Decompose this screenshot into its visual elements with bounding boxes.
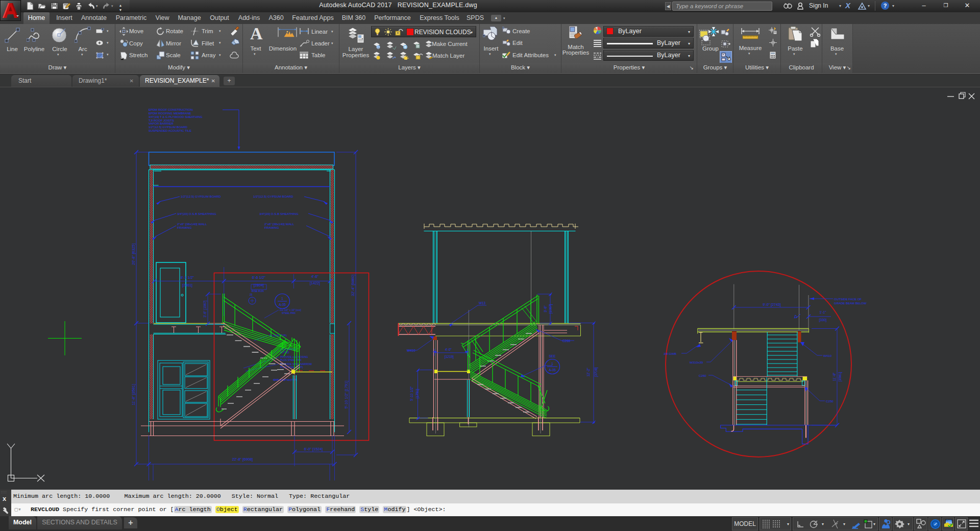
svg-text:FRAMING: FRAMING bbox=[177, 226, 192, 229]
svg-text:C260: C260 bbox=[699, 374, 706, 377]
svg-text:3/4"[19] T & G PLYWOOD SHEATHI: 3/4"[19] T & G PLYWOOD SHEATHING bbox=[149, 115, 203, 118]
svg-text:11'-8" [3581]: 11'-8" [3581] bbox=[131, 384, 136, 405]
svg-text:[2461]: [2461] bbox=[182, 283, 192, 287]
svg-text:EPDM ROOF CONSTRUCTION:: EPDM ROOF CONSTRUCTION: bbox=[149, 108, 193, 111]
svg-text:4'-0": 4'-0" bbox=[445, 348, 452, 351]
svg-text:OUTSIDE FACE OF: OUTSIDE FACE OF bbox=[834, 298, 862, 301]
svg-text:3'-6": 3'-6" bbox=[544, 305, 547, 312]
svg-text:3/8 GWB: 3/8 GWB bbox=[664, 352, 676, 355]
svg-text:VAPOR BARRIER: VAPOR BARRIER bbox=[149, 122, 174, 125]
svg-text:6'-6 1/2": 6'-6 1/2" bbox=[252, 275, 266, 280]
svg-text:1/2"[12.5] GYPSUM BOARD: 1/2"[12.5] GYPSUM BOARD bbox=[149, 126, 188, 129]
svg-text:1/2"[12.5] GYPSUM BOARD: 1/2"[12.5] GYPSUM BOARD bbox=[253, 195, 293, 198]
svg-text:[1219]: [1219] bbox=[445, 355, 454, 359]
svg-text:C250: C250 bbox=[826, 399, 834, 403]
svg-text:EPDM ROOFING MEMBRANE: EPDM ROOFING MEMBRANE bbox=[149, 112, 191, 115]
svg-text:1/2"[12.5] GYPSUM BOARD: 1/2"[12.5] GYPSUM BOARD bbox=[181, 195, 221, 198]
svg-text:5'-10 1/2" [1791]: 5'-10 1/2" [1791] bbox=[344, 381, 349, 409]
svg-text:PLUS STEEL (TYP): PLUS STEEL (TYP) bbox=[280, 366, 303, 369]
svg-text:A-05: A-05 bbox=[279, 303, 286, 306]
svg-text:25: 25 bbox=[250, 293, 253, 296]
svg-text:[1067]: [1067] bbox=[549, 304, 553, 313]
svg-text:W310x39: W310x39 bbox=[690, 360, 703, 364]
svg-text:[2804]: [2804] bbox=[254, 283, 264, 287]
svg-text:4'-6": 4'-6" bbox=[311, 274, 319, 279]
svg-text:8'-1 1/2": 8'-1 1/2" bbox=[181, 275, 194, 280]
svg-text:SEE: SEE bbox=[549, 354, 556, 358]
svg-text:9'-0" [2743]: 9'-0" [2743] bbox=[763, 303, 780, 307]
svg-text:20'-8" [6325]: 20'-8" [6325] bbox=[131, 244, 136, 265]
svg-text:3/4"[20] O.S.B SHEATHING: 3/4"[20] O.S.B SHEATHING bbox=[259, 212, 299, 215]
svg-text:PLUS STEEL PAN: PLUS STEEL PAN bbox=[280, 358, 302, 361]
svg-text:[3581]: [3581] bbox=[838, 372, 842, 381]
svg-text:[1791]: [1791] bbox=[415, 389, 420, 398]
svg-text:RISE RUN: RISE RUN bbox=[252, 289, 264, 293]
svg-text:11'-8": 11'-8" bbox=[832, 372, 836, 381]
svg-text:W410: W410 bbox=[407, 349, 415, 352]
svg-text:2"x6" [38x140] WALL: 2"x6" [38x140] WALL bbox=[177, 222, 207, 226]
svg-text:3'-6" [1067]: 3'-6" [1067] bbox=[203, 300, 207, 317]
svg-text:1: 1 bbox=[551, 362, 553, 366]
svg-text:STEEL PAN: STEEL PAN bbox=[282, 311, 296, 315]
svg-text:2"x6" [38x140] WALL: 2"x6" [38x140] WALL bbox=[264, 222, 295, 226]
svg-text:FRAMING: FRAMING bbox=[264, 226, 279, 229]
svg-text:6'-0" [1524]: 6'-0" [1524] bbox=[304, 447, 323, 451]
svg-text:1: 1 bbox=[281, 297, 283, 300]
svg-text:SUSPENDED ACOUSTIC TILE: SUSPENDED ACOUSTIC TILE bbox=[149, 129, 191, 132]
svg-text:3/4"[20] O.S.B SHEATHING: 3/4"[20] O.S.B SHEATHING bbox=[177, 212, 216, 215]
svg-text:C266: C266 bbox=[562, 339, 571, 343]
svg-text:12'-2": 12'-2" bbox=[586, 368, 590, 377]
svg-text:A-05: A-05 bbox=[549, 368, 556, 372]
svg-text:32'-4" [9860]: 32'-4" [9860] bbox=[351, 275, 355, 296]
svg-text:GRADE BEAM BELOW: GRADE BEAM BELOW bbox=[834, 302, 867, 305]
svg-text:22'-8" [6908]: 22'-8" [6908] bbox=[232, 457, 253, 462]
svg-text:W410: W410 bbox=[823, 354, 832, 357]
svg-text:1'-1": 1'-1" bbox=[819, 310, 826, 314]
svg-text:[3708]: [3708] bbox=[594, 367, 598, 377]
svg-text:5'-10 1/2": 5'-10 1/2" bbox=[410, 386, 413, 401]
svg-text:[330]: [330] bbox=[819, 318, 827, 322]
svg-text:[1422]: [1422] bbox=[310, 281, 320, 285]
svg-text:W13: W13 bbox=[479, 301, 486, 305]
svg-text:No 2508 (TYP): No 2508 (TYP) bbox=[270, 334, 287, 337]
